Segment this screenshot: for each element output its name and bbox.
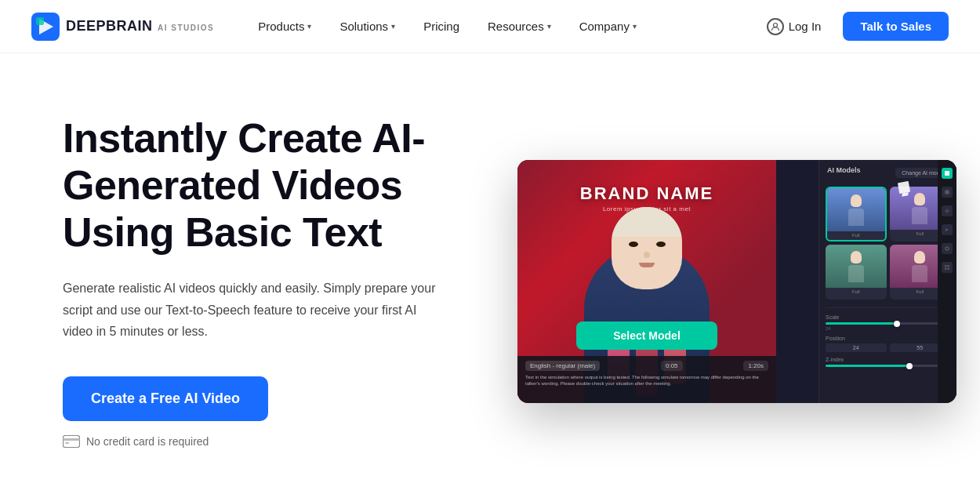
language-badge: English - regular (male) bbox=[525, 361, 600, 371]
hero-left: Instantly Create AI-Generated Videos Usi… bbox=[63, 115, 470, 448]
model-avatar-1 bbox=[827, 188, 885, 231]
panel-icon-strip bbox=[938, 160, 956, 403]
avatar-head bbox=[612, 207, 682, 289]
video-preview-panel: BRAND NAME Lorem ipsum dolor sit a met bbox=[517, 160, 776, 403]
z-index-slider[interactable] bbox=[826, 365, 950, 367]
model-card-1[interactable]: Full bbox=[826, 187, 887, 242]
position-control: Position 24 55 bbox=[826, 336, 950, 352]
cta-button[interactable]: Create a Free AI Video bbox=[63, 376, 268, 421]
cursor-icon bbox=[898, 181, 910, 194]
panel-icon-2[interactable] bbox=[942, 187, 953, 198]
panel-icon-3[interactable] bbox=[942, 205, 953, 216]
avatar-mouth bbox=[639, 263, 655, 267]
position-inputs: 24 55 bbox=[826, 343, 950, 352]
scale-slider[interactable] bbox=[826, 322, 950, 325]
z-index-slider-fill bbox=[826, 365, 906, 367]
panel-icon-5[interactable] bbox=[942, 243, 953, 254]
svg-rect-14 bbox=[945, 268, 947, 271]
svg-point-11 bbox=[946, 247, 949, 250]
hero-section: Instantly Create AI-Generated Videos Usi… bbox=[0, 53, 980, 494]
solutions-chevron-icon: ▾ bbox=[391, 22, 395, 31]
logo-name: DEEPBRAIN bbox=[66, 18, 153, 34]
scale-slider-thumb bbox=[894, 321, 900, 327]
panel-top-controls: AI Models Change AI model bbox=[826, 166, 950, 179]
video-total-time-badge: 1:20s bbox=[743, 361, 768, 371]
avatar-face bbox=[619, 240, 674, 279]
nav-company[interactable]: Company ▾ bbox=[567, 13, 649, 39]
scale-label: Scale bbox=[826, 314, 950, 320]
model-3-label: Full bbox=[826, 288, 887, 296]
login-button[interactable]: Log In bbox=[754, 12, 834, 42]
select-model-button[interactable]: Select Model bbox=[576, 321, 717, 350]
panel-icon-1[interactable] bbox=[942, 168, 953, 179]
nav-solutions[interactable]: Solutions ▾ bbox=[327, 13, 408, 39]
nav-links: Products ▾ Solutions ▾ Pricing Resources… bbox=[245, 13, 753, 39]
logo[interactable]: DEEPBRAIN AI STUDIOS bbox=[31, 13, 214, 41]
z-index-control: Z-index bbox=[826, 357, 950, 367]
hero-description: Generate realistic AI videos quickly and… bbox=[63, 278, 439, 342]
svg-point-8 bbox=[945, 190, 949, 194]
logo-sub: AI STUDIOS bbox=[158, 24, 214, 32]
svg-rect-5 bbox=[64, 438, 80, 441]
svg-rect-7 bbox=[945, 171, 949, 176]
svg-rect-6 bbox=[65, 442, 69, 444]
select-model-overlay: Select Model bbox=[533, 321, 760, 350]
products-chevron-icon: ▾ bbox=[307, 22, 311, 31]
talk-to-sales-button[interactable]: Talk to Sales bbox=[843, 12, 949, 41]
svg-rect-15 bbox=[948, 268, 950, 271]
model-card-3[interactable]: Full bbox=[826, 245, 887, 300]
nav-right: Log In Talk to Sales bbox=[754, 12, 949, 42]
nav-resources[interactable]: Resources ▾ bbox=[475, 13, 564, 39]
user-icon bbox=[767, 18, 784, 35]
svg-rect-2 bbox=[36, 17, 44, 25]
model-avatar-3 bbox=[826, 245, 887, 288]
position-x-input[interactable]: 24 bbox=[826, 343, 887, 352]
resources-chevron-icon: ▾ bbox=[547, 22, 551, 31]
ai-models-panel: AI Models Change AI model Full bbox=[818, 160, 956, 403]
z-index-slider-thumb bbox=[906, 363, 913, 369]
video-script-text: Text in the simulation where output is b… bbox=[525, 374, 768, 387]
hero-right: BRAND NAME Lorem ipsum dolor sit a met bbox=[517, 160, 956, 403]
navigation: DEEPBRAIN AI STUDIOS Products ▾ Solution… bbox=[0, 0, 980, 53]
scale-control: Scale 24 55 bbox=[826, 314, 950, 331]
no-card-notice: No credit card is required bbox=[63, 435, 470, 448]
z-index-label: Z-index bbox=[826, 357, 950, 362]
video-time-badge: 0:05 bbox=[661, 361, 683, 371]
company-chevron-icon: ▾ bbox=[633, 22, 637, 31]
scale-slider-fill bbox=[826, 322, 894, 325]
panel-divider-1 bbox=[826, 307, 950, 308]
logo-icon bbox=[31, 13, 60, 41]
svg-rect-10 bbox=[947, 209, 948, 213]
models-grid: Full Full bbox=[826, 187, 950, 300]
brand-name-text: BRAND NAME bbox=[517, 183, 776, 204]
nav-pricing[interactable]: Pricing bbox=[411, 13, 472, 39]
svg-rect-4 bbox=[64, 435, 80, 447]
video-controls-row: English - regular (male) 0:05 1:20s bbox=[525, 361, 768, 371]
video-bottom-bar: English - regular (male) 0:05 1:20s Text… bbox=[517, 356, 776, 403]
credit-card-icon bbox=[63, 435, 80, 448]
ai-models-title: AI Models bbox=[826, 166, 861, 174]
nav-products[interactable]: Products ▾ bbox=[245, 13, 324, 39]
svg-point-3 bbox=[773, 23, 777, 27]
avatar-eyes bbox=[619, 242, 674, 247]
panel-icon-4[interactable] bbox=[942, 224, 953, 235]
panel-icon-6[interactable] bbox=[942, 262, 953, 273]
model-1-label: Full bbox=[827, 231, 885, 239]
avatar-nose bbox=[644, 252, 650, 258]
product-screenshot: BRAND NAME Lorem ipsum dolor sit a met bbox=[517, 160, 956, 403]
hero-title: Instantly Create AI-Generated Videos Usi… bbox=[63, 115, 470, 256]
position-label: Position bbox=[826, 336, 950, 341]
svg-rect-13 bbox=[948, 265, 950, 267]
svg-rect-12 bbox=[945, 265, 947, 267]
